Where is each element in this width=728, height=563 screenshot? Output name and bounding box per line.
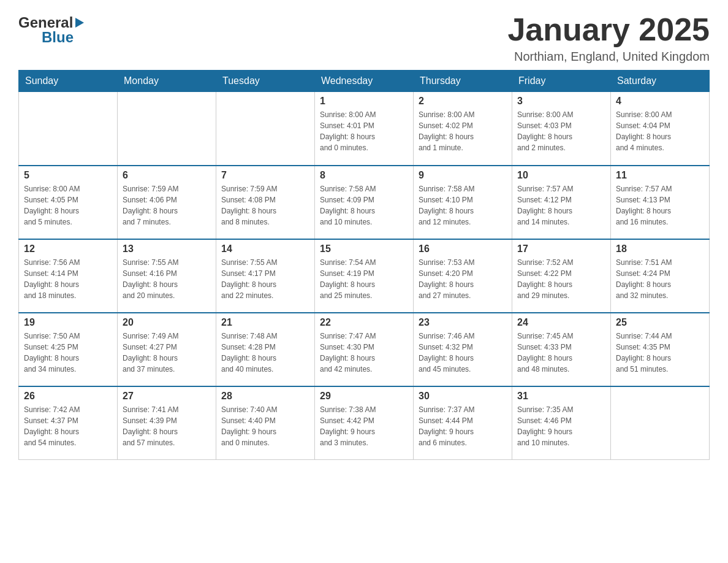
calendar-header-tuesday: Tuesday [216,71,315,92]
day-number: 17 [517,243,605,255]
calendar-week-5: 26Sunrise: 7:42 AM Sunset: 4:37 PM Dayli… [19,386,710,460]
calendar-cell: 6Sunrise: 7:59 AM Sunset: 4:06 PM Daylig… [118,166,216,239]
day-info: Sunrise: 7:56 AM Sunset: 4:14 PM Dayligh… [24,257,112,301]
day-number: 8 [320,170,408,181]
day-number: 4 [616,96,704,107]
calendar-cell [118,92,216,166]
day-number: 16 [419,243,507,255]
calendar-cell: 16Sunrise: 7:53 AM Sunset: 4:20 PM Dayli… [414,239,512,313]
day-info: Sunrise: 7:55 AM Sunset: 4:17 PM Dayligh… [221,257,309,301]
day-info: Sunrise: 7:53 AM Sunset: 4:20 PM Dayligh… [419,257,507,301]
day-info: Sunrise: 8:00 AM Sunset: 4:01 PM Dayligh… [320,109,408,153]
calendar-header-sunday: Sunday [19,71,118,92]
day-number: 29 [320,391,408,402]
calendar-week-1: 1Sunrise: 8:00 AM Sunset: 4:01 PM Daylig… [19,92,710,166]
day-info: Sunrise: 8:00 AM Sunset: 4:03 PM Dayligh… [517,109,605,153]
calendar-cell: 19Sunrise: 7:50 AM Sunset: 4:25 PM Dayli… [19,313,118,386]
calendar-cell: 25Sunrise: 7:44 AM Sunset: 4:35 PM Dayli… [611,313,710,386]
day-number: 10 [517,170,605,181]
day-info: Sunrise: 7:54 AM Sunset: 4:19 PM Dayligh… [320,257,408,301]
day-number: 25 [616,317,704,328]
svg-marker-0 [75,18,84,28]
calendar-header-row: SundayMondayTuesdayWednesdayThursdayFrid… [19,71,710,92]
calendar-cell: 22Sunrise: 7:47 AM Sunset: 4:30 PM Dayli… [315,313,414,386]
calendar-cell: 7Sunrise: 7:59 AM Sunset: 4:08 PM Daylig… [216,166,315,239]
calendar-cell: 4Sunrise: 8:00 AM Sunset: 4:04 PM Daylig… [611,92,710,166]
calendar-header-thursday: Thursday [414,71,512,92]
day-number: 24 [517,317,605,328]
day-number: 7 [221,170,309,181]
day-number: 12 [24,243,112,255]
calendar-cell: 2Sunrise: 8:00 AM Sunset: 4:02 PM Daylig… [414,92,512,166]
calendar-week-4: 19Sunrise: 7:50 AM Sunset: 4:25 PM Dayli… [19,313,710,386]
calendar-cell: 26Sunrise: 7:42 AM Sunset: 4:37 PM Dayli… [19,386,118,460]
calendar-table: SundayMondayTuesdayWednesdayThursdayFrid… [18,70,710,460]
calendar-cell: 14Sunrise: 7:55 AM Sunset: 4:17 PM Dayli… [216,239,315,313]
day-info: Sunrise: 7:41 AM Sunset: 4:39 PM Dayligh… [123,404,211,448]
day-number: 31 [517,391,605,402]
day-info: Sunrise: 8:00 AM Sunset: 4:02 PM Dayligh… [419,109,507,153]
day-number: 21 [221,317,309,328]
calendar-cell: 29Sunrise: 7:38 AM Sunset: 4:42 PM Dayli… [315,386,414,460]
day-number: 19 [24,317,112,328]
calendar-cell: 9Sunrise: 7:58 AM Sunset: 4:10 PM Daylig… [414,166,512,239]
day-number: 30 [419,391,507,402]
calendar-cell: 3Sunrise: 8:00 AM Sunset: 4:03 PM Daylig… [512,92,611,166]
day-info: Sunrise: 7:52 AM Sunset: 4:22 PM Dayligh… [517,257,605,301]
day-info: Sunrise: 7:55 AM Sunset: 4:16 PM Dayligh… [123,257,211,301]
title-section: January 2025 Northiam, England, United K… [507,12,710,64]
calendar-cell: 11Sunrise: 7:57 AM Sunset: 4:13 PM Dayli… [611,166,710,239]
day-number: 9 [419,170,507,181]
day-number: 6 [123,170,211,181]
day-info: Sunrise: 7:47 AM Sunset: 4:30 PM Dayligh… [320,331,408,375]
calendar-cell: 21Sunrise: 7:48 AM Sunset: 4:28 PM Dayli… [216,313,315,386]
day-info: Sunrise: 7:59 AM Sunset: 4:08 PM Dayligh… [221,183,309,228]
calendar-cell [19,92,118,166]
calendar-cell: 10Sunrise: 7:57 AM Sunset: 4:12 PM Dayli… [512,166,611,239]
location-subtitle: Northiam, England, United Kingdom [507,50,710,64]
day-info: Sunrise: 8:00 AM Sunset: 4:05 PM Dayligh… [24,183,112,228]
calendar-cell: 30Sunrise: 7:37 AM Sunset: 4:44 PM Dayli… [414,386,512,460]
day-number: 3 [517,96,605,107]
calendar-cell: 8Sunrise: 7:58 AM Sunset: 4:09 PM Daylig… [315,166,414,239]
calendar-cell: 27Sunrise: 7:41 AM Sunset: 4:39 PM Dayli… [118,386,216,460]
day-info: Sunrise: 7:50 AM Sunset: 4:25 PM Dayligh… [24,331,112,375]
day-number: 2 [419,96,507,107]
day-number: 13 [123,243,211,255]
day-info: Sunrise: 7:51 AM Sunset: 4:24 PM Dayligh… [616,257,704,301]
day-number: 28 [221,391,309,402]
day-info: Sunrise: 7:44 AM Sunset: 4:35 PM Dayligh… [616,331,704,375]
calendar-cell: 13Sunrise: 7:55 AM Sunset: 4:16 PM Dayli… [118,239,216,313]
day-info: Sunrise: 7:57 AM Sunset: 4:12 PM Dayligh… [517,183,605,228]
logo-text-general: General [18,15,73,30]
day-number: 26 [24,391,112,402]
day-info: Sunrise: 7:35 AM Sunset: 4:46 PM Dayligh… [517,404,605,448]
day-info: Sunrise: 7:49 AM Sunset: 4:27 PM Dayligh… [123,331,211,375]
page-header: General Blue January 2025 Northiam, Engl… [18,12,710,64]
day-info: Sunrise: 7:38 AM Sunset: 4:42 PM Dayligh… [320,404,408,448]
day-info: Sunrise: 7:58 AM Sunset: 4:09 PM Dayligh… [320,183,408,228]
day-number: 20 [123,317,211,328]
day-info: Sunrise: 7:45 AM Sunset: 4:33 PM Dayligh… [517,331,605,375]
calendar-cell: 28Sunrise: 7:40 AM Sunset: 4:40 PM Dayli… [216,386,315,460]
calendar-header-friday: Friday [512,71,611,92]
logo-text-blue: Blue [42,29,74,45]
calendar-week-2: 5Sunrise: 8:00 AM Sunset: 4:05 PM Daylig… [19,166,710,239]
calendar-cell: 15Sunrise: 7:54 AM Sunset: 4:19 PM Dayli… [315,239,414,313]
day-info: Sunrise: 8:00 AM Sunset: 4:04 PM Dayligh… [616,109,704,153]
calendar-cell: 23Sunrise: 7:46 AM Sunset: 4:32 PM Dayli… [414,313,512,386]
day-info: Sunrise: 7:59 AM Sunset: 4:06 PM Dayligh… [123,183,211,228]
calendar-header-saturday: Saturday [611,71,710,92]
day-number: 1 [320,96,408,107]
logo: General Blue [18,12,85,46]
day-number: 18 [616,243,704,255]
logo-triangle-icon [73,17,85,29]
calendar-cell: 24Sunrise: 7:45 AM Sunset: 4:33 PM Dayli… [512,313,611,386]
calendar-cell: 12Sunrise: 7:56 AM Sunset: 4:14 PM Dayli… [19,239,118,313]
day-info: Sunrise: 7:40 AM Sunset: 4:40 PM Dayligh… [221,404,309,448]
calendar-cell: 1Sunrise: 8:00 AM Sunset: 4:01 PM Daylig… [315,92,414,166]
month-title: January 2025 [507,12,710,47]
calendar-header-wednesday: Wednesday [315,71,414,92]
calendar-cell [611,386,710,460]
day-number: 27 [123,391,211,402]
